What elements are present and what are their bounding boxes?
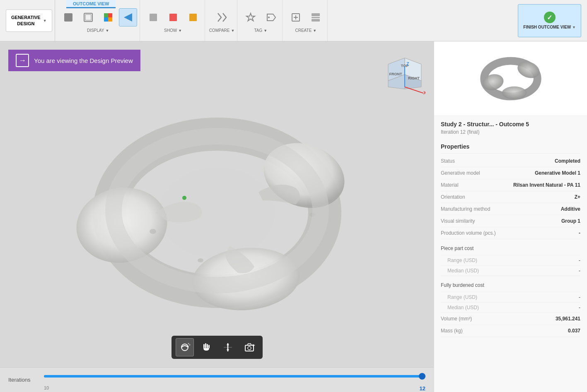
svg-point-36 <box>181 344 188 351</box>
svg-rect-48 <box>245 345 254 351</box>
property-row: Generative modelGenerative Model 1 <box>441 167 580 179</box>
property-row: OrientationZ+ <box>441 191 580 203</box>
show-btn1[interactable] <box>144 8 162 26</box>
preview-arrow-icon: → <box>16 54 29 67</box>
show-section: SHOW ▼ <box>142 0 205 41</box>
properties-list: StatusCompletedGenerative modelGenerativ… <box>441 155 580 239</box>
outcome-title: Study 2 - Structur... - Outcome 5 <box>434 116 587 129</box>
tag-section: TAG ▼ <box>239 0 283 41</box>
tag-star-btn[interactable] <box>242 8 260 26</box>
svg-rect-7 <box>150 14 157 21</box>
preview-banner-text: You are viewing the Design Preview <box>34 57 133 64</box>
svg-text:X: X <box>423 90 425 95</box>
iter-end-label: 12 <box>420 385 425 392</box>
iterations-bar: Iterations 10 12 <box>0 367 434 392</box>
property-row: MaterialRilsan Invent Natural - PA 11 <box>441 179 580 191</box>
svg-text:RIGHT: RIGHT <box>408 76 420 80</box>
svg-marker-10 <box>246 13 255 21</box>
svg-point-32 <box>150 229 156 234</box>
main-content: → You are viewing the Design Preview <box>0 41 587 392</box>
right-panel: Study 2 - Structur... - Outcome 5 Iterat… <box>434 41 587 392</box>
property-row: Manufacturing methodAdditive <box>441 203 580 215</box>
svg-rect-4 <box>108 13 112 17</box>
svg-point-38 <box>188 343 189 344</box>
svg-text:Z: Z <box>406 61 409 66</box>
design-preview-banner: → You are viewing the Design Preview <box>8 50 140 71</box>
property-row: Visual similarityGroup 1 <box>441 215 580 227</box>
view-gizmo: TOP FRONT RIGHT Z X <box>384 50 425 91</box>
svg-rect-43 <box>208 345 210 348</box>
finish-outcome-view-button[interactable]: ✓ FINISH OUTCOME VIEW ▼ <box>518 4 581 37</box>
iterations-label: Iterations <box>8 377 37 383</box>
outcome-subtitle: Iteration 12 (final) <box>434 129 587 140</box>
create-btn2[interactable] <box>307 8 325 26</box>
property-row: Production volume (pcs.)- <box>441 227 580 239</box>
display-color-btn[interactable] <box>99 8 117 26</box>
fully-burdened-cost-row: Fully burdened cost <box>441 276 580 292</box>
display-wireframe-btn[interactable] <box>79 8 97 26</box>
sub-property-row: Median (USD)- <box>441 266 580 276</box>
svg-rect-2 <box>85 14 91 20</box>
3d-shape <box>72 113 362 320</box>
sub-property-row: Range (USD)- <box>441 255 580 266</box>
svg-point-34 <box>198 258 203 262</box>
iter-start-label: 10 <box>44 385 49 392</box>
center-point <box>182 196 186 200</box>
properties-section: Properties StatusCompletedGenerative mod… <box>434 140 587 337</box>
properties-heading: Properties <box>441 140 580 154</box>
thumbnail-area <box>434 41 587 116</box>
piece-part-cost-label: Piece part cost <box>441 242 473 252</box>
svg-marker-46 <box>227 349 229 351</box>
chevron-down-icon: ▼ <box>43 19 47 23</box>
orbit-button[interactable] <box>176 338 194 356</box>
svg-rect-5 <box>104 17 108 22</box>
property-row: StatusCompleted <box>441 155 580 167</box>
svg-point-39 <box>189 344 190 346</box>
view-toolbar <box>172 336 263 359</box>
create-btn1[interactable] <box>287 8 305 26</box>
compare-btn[interactable] <box>213 8 231 26</box>
generative-design-button[interactable]: GENERATIVE DESIGN ▼ <box>6 10 52 32</box>
tag-chevron-icon: ▼ <box>263 29 267 33</box>
zoom-button[interactable] <box>219 338 237 356</box>
bottom-property-row: Mass (kg)0.037 <box>441 325 580 337</box>
svg-point-49 <box>248 346 251 350</box>
create-chevron-icon: ▼ <box>313 29 316 33</box>
3d-viewport[interactable]: → You are viewing the Design Preview <box>0 41 434 392</box>
svg-rect-15 <box>312 19 320 22</box>
sub-property-row: Range (USD)- <box>441 292 580 303</box>
create-section: CREATE ▼ <box>284 0 328 41</box>
svg-rect-3 <box>104 13 108 17</box>
svg-rect-0 <box>64 13 72 22</box>
sub-property-row: Median (USD)- <box>441 303 580 313</box>
iterations-slider[interactable] <box>44 375 425 378</box>
svg-rect-14 <box>312 17 320 18</box>
svg-point-11 <box>268 17 270 18</box>
fully-burdened-cost-label: Fully burdened cost <box>441 279 484 289</box>
fully-burdened-sub-list: Range (USD)-Median (USD)- <box>441 292 580 313</box>
piece-part-sub-list: Range (USD)-Median (USD)- <box>441 255 580 276</box>
compare-section: COMPARE ▼ <box>207 0 238 41</box>
finish-section: ✓ FINISH OUTCOME VIEW ▼ <box>515 0 584 41</box>
show-chevron-icon: ▼ <box>178 29 182 33</box>
display-solid-btn[interactable] <box>59 8 77 26</box>
svg-point-54 <box>502 86 527 99</box>
check-circle-icon: ✓ <box>544 12 556 23</box>
svg-rect-6 <box>108 17 112 22</box>
outcome-view-tab[interactable]: OUTCOME VIEW <box>66 0 116 8</box>
display-chevron-icon: ▼ <box>105 29 109 33</box>
bottom-property-row: Volume (mm³)35,961.241 <box>441 313 580 325</box>
svg-rect-9 <box>189 14 197 21</box>
piece-part-cost-row: Piece part cost <box>441 239 580 255</box>
svg-rect-40 <box>205 343 206 348</box>
tag-label-btn[interactable] <box>261 8 280 26</box>
pan-button[interactable] <box>197 338 215 356</box>
svg-marker-45 <box>227 343 229 345</box>
show-btn2[interactable] <box>164 8 182 26</box>
display-preview-btn[interactable] <box>119 8 137 26</box>
svg-rect-8 <box>169 14 177 21</box>
svg-rect-41 <box>207 344 208 348</box>
svg-rect-42 <box>203 344 205 348</box>
camera-button[interactable] <box>240 338 258 356</box>
show-btn3[interactable] <box>184 8 202 26</box>
